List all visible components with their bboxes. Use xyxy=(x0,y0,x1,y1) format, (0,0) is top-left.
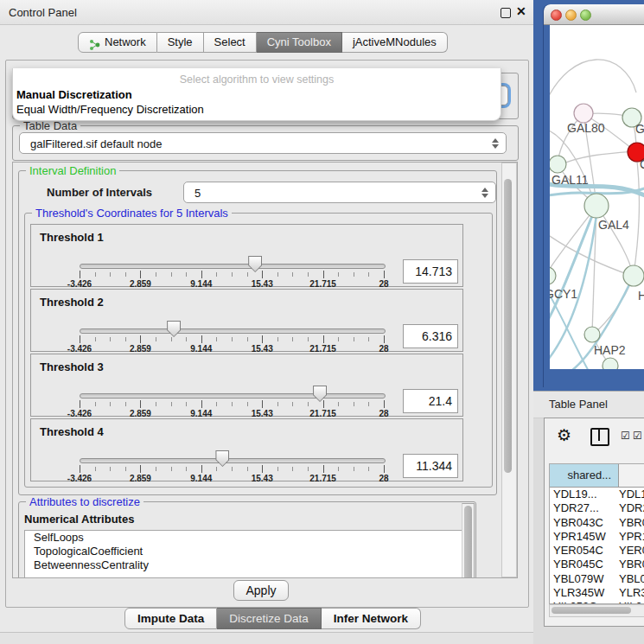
network-node-HAP2[interactable] xyxy=(584,327,600,342)
threshold-value-field[interactable]: 21.4 xyxy=(403,389,458,413)
threshold-slider[interactable]: -3.4262.8599.14415.4321.71528 xyxy=(80,251,384,280)
network-node-GCY1[interactable] xyxy=(550,267,556,284)
table-row[interactable]: YER054CYER0 xyxy=(550,544,644,558)
table-row[interactable]: YPR145WYPR1 xyxy=(550,530,644,544)
number-of-intervals-combobox[interactable]: 5 xyxy=(183,182,496,203)
network-canvas[interactable]: GAL80GACGAL11GAL4GCY1HHAP2 xyxy=(550,25,644,369)
table-cell: YBR0 xyxy=(619,558,644,571)
network-node-GAL4[interactable] xyxy=(584,194,609,218)
checkbox-icon[interactable]: ☑ xyxy=(633,430,642,442)
number-of-intervals-value: 5 xyxy=(194,186,201,199)
tab-label: Discretize Data xyxy=(229,612,309,625)
network-node-node-h[interactable] xyxy=(623,265,644,286)
threshold-slider[interactable]: -3.4262.8599.14415.4321.71528 xyxy=(80,445,384,475)
settings-vertical-scrollbar[interactable] xyxy=(501,163,517,577)
gear-icon[interactable]: ⚙ xyxy=(557,425,571,445)
mac-close-button[interactable] xyxy=(551,10,562,21)
major-tick xyxy=(384,465,385,473)
tab-network[interactable]: Network xyxy=(78,32,157,53)
table-data-combobox[interactable]: galFiltered.sif default node xyxy=(19,132,507,154)
network-edge[interactable] xyxy=(550,60,636,105)
split-panel-icon[interactable] xyxy=(590,428,609,446)
attribute-item[interactable]: TopologicalCoefficient xyxy=(25,545,468,558)
table-cell: YER0 xyxy=(619,544,644,558)
dropdown-item-manual-discretization[interactable]: Manual Discretization xyxy=(16,87,497,102)
tick-label: -3.426 xyxy=(67,344,92,354)
table-horizontal-scrollbar[interactable] xyxy=(549,604,644,617)
tab-select[interactable]: Select xyxy=(204,32,257,53)
table-cell: YLR345W xyxy=(550,586,619,600)
tab-label: Select xyxy=(214,33,245,52)
threshold-value-field[interactable]: 14.713 xyxy=(403,259,458,284)
attribute-item[interactable]: SelfLoops xyxy=(25,531,468,545)
table-cell: YBR043C xyxy=(550,516,619,530)
tab-infer-network[interactable]: Infer Network xyxy=(322,608,421,629)
table-row[interactable]: YBR045CYBR0 xyxy=(550,558,644,571)
threshold-value-field[interactable]: 6.316 xyxy=(403,324,458,348)
network-node-GAL11[interactable] xyxy=(550,156,566,173)
slider-track[interactable] xyxy=(80,458,386,463)
tick-label: 9.144 xyxy=(190,474,212,483)
tick-label: 21.715 xyxy=(309,409,336,418)
network-edge[interactable] xyxy=(558,151,635,166)
table-header-shared-name[interactable]: shared... xyxy=(550,464,619,487)
tick-layer: -3.4262.8599.14415.4321.71528 xyxy=(80,271,384,288)
major-tick xyxy=(323,271,324,278)
close-panel-icon[interactable]: ✕ xyxy=(516,4,526,18)
threshold-slider[interactable]: -3.4262.8599.14415.4321.71528 xyxy=(80,380,384,410)
tab-style[interactable]: Style xyxy=(157,32,204,53)
numerical-attributes-list[interactable]: SelfLoopsTopologicalCoefficientBetweenne… xyxy=(24,530,469,578)
threshold-value-field[interactable]: 11.344 xyxy=(403,454,458,478)
table-cell: YBR045C xyxy=(550,558,619,571)
tick-label: 28 xyxy=(379,474,388,483)
checkbox-icon[interactable]: ☑ xyxy=(621,430,630,442)
network-canvas-svg: GAL80GACGAL11GAL4GCY1HHAP2 xyxy=(550,25,644,369)
scrollbar-thumb[interactable] xyxy=(504,179,512,473)
tab-impute-data[interactable]: Impute Data xyxy=(124,608,217,629)
tab-discretize-data[interactable]: Discretize Data xyxy=(217,608,322,629)
bottom-tab-bar: Impute Data Discretize Data Infer Networ… xyxy=(124,608,421,628)
tab-jactivemnodules[interactable]: jActiveMNodules xyxy=(342,32,448,53)
table-row[interactable]: YBR043CYBR0 xyxy=(550,516,644,530)
table-row[interactable]: YLR345WYLR3 xyxy=(550,586,644,600)
attributes-list-scrollbar[interactable] xyxy=(462,503,475,578)
network-node-GAL80[interactable] xyxy=(574,104,593,123)
float-panel-icon[interactable] xyxy=(501,8,511,18)
table-row[interactable]: YDR27...YDR2 xyxy=(550,501,644,515)
dropdown-item-equal-width[interactable]: Equal Width/Frequency Discretization xyxy=(16,102,497,117)
tick-label: 21.715 xyxy=(309,474,336,483)
slider-track[interactable] xyxy=(80,328,386,334)
mac-minimize-button[interactable] xyxy=(565,10,577,21)
tick-label: 2.859 xyxy=(130,279,151,289)
attribute-item[interactable]: BetweennessCentrality xyxy=(25,558,468,572)
table-row[interactable]: YBL079WYBL0 xyxy=(550,572,644,586)
tick-label: -3.426 xyxy=(67,409,92,418)
tick-label: 15.43 xyxy=(252,344,273,354)
slider-track[interactable] xyxy=(80,393,386,399)
tab-cyni-toolbox[interactable]: Cyni Toolbox xyxy=(257,32,342,53)
scrollbar-thumb[interactable] xyxy=(552,607,631,614)
table-cell: YDL1 xyxy=(619,488,644,501)
slider-track[interactable] xyxy=(80,264,386,269)
network-node-node-bottom[interactable] xyxy=(603,358,618,369)
network-edge[interactable] xyxy=(594,277,633,334)
tick-label: 21.715 xyxy=(309,344,336,354)
network-node-label: GA xyxy=(635,122,644,136)
settings-scroll-panel: Interval Definition Number of Intervals … xyxy=(12,162,518,578)
threshold-panel-4: Threshold 4 -3.4262.8599.14415.4321.7152… xyxy=(30,418,463,481)
scrollbar-thumb[interactable] xyxy=(464,506,472,578)
major-tick xyxy=(323,400,324,408)
apply-button[interactable]: Apply xyxy=(233,580,289,601)
threshold-label: Threshold 2 xyxy=(40,296,104,309)
bottom-strip xyxy=(0,633,533,644)
table-row[interactable]: YDL19...YDL1 xyxy=(550,488,644,501)
tick-layer: -3.4262.8599.14415.4321.71528 xyxy=(80,335,384,353)
threshold-slider[interactable]: -3.4262.8599.14415.4321.71528 xyxy=(80,316,384,345)
network-window-titlebar[interactable] xyxy=(544,4,644,25)
major-tick xyxy=(262,400,263,408)
table-header-name[interactable]: n xyxy=(619,464,644,487)
tick-layer: -3.4262.8599.14415.4321.71528 xyxy=(80,400,384,418)
mac-zoom-button[interactable] xyxy=(580,10,591,21)
major-tick xyxy=(323,465,324,473)
network-edge[interactable] xyxy=(634,154,639,274)
